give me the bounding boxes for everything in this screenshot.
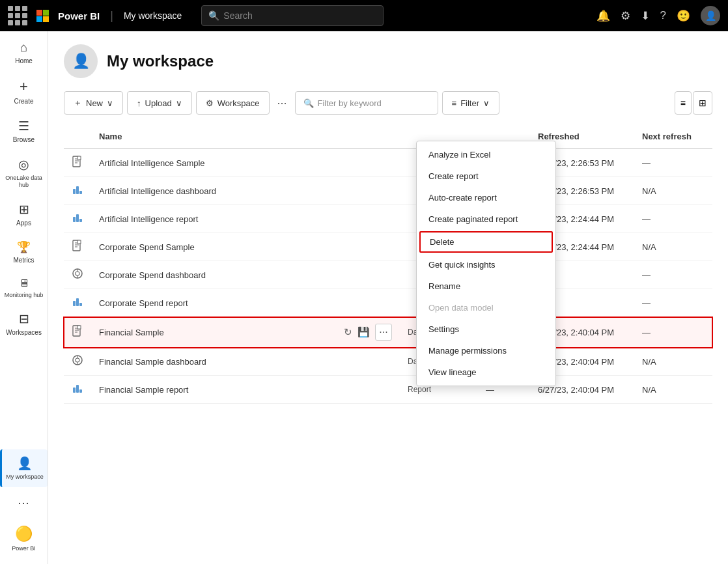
sidebar-item-metrics-label: Metrics [13,257,34,264]
apps-grid-icon[interactable] [8,6,27,25]
main-layout: ⌂ Home + Create ☰ Browse ◎ OneLake data … [0,31,728,564]
row-next-refresh: — [634,261,712,289]
col-next-refresh: Next refresh [634,125,712,148]
filter-search[interactable]: 🔍 Filter by keyword [295,91,438,115]
row-next-refresh: N/A [634,376,712,404]
row-type-icon [72,158,83,169]
sidebar-item-browse[interactable]: ☰ Browse [0,112,48,150]
home-icon: ⌂ [20,40,27,55]
table-row: Artificial Intelligence Sample 6/27/23, … [64,148,712,177]
context-menu: Analyze in ExcelCreate reportAuto-create… [416,141,556,386]
grid-view-button[interactable]: ⊞ [693,91,712,115]
sidebar-item-home-label: Home [15,57,33,65]
sidebar-item-workspaces[interactable]: ⊟ Workspaces [0,305,48,343]
ctx-item-create-report[interactable]: Create report [417,165,555,187]
row-actions-cell: ↻ 💾 ··· [336,317,400,348]
ctx-item-settings[interactable]: Settings [417,318,555,340]
row-name: Corporate Spend dashboard [91,261,336,289]
ctx-item-delete[interactable]: Delete [419,231,553,253]
sidebar-item-browse-label: Browse [13,136,35,144]
sidebar-item-my-workspace[interactable]: 👤 My workspace [0,449,48,487]
user-avatar[interactable]: 👤 [701,6,720,25]
table-row: Corporate Spend report — — [64,289,712,317]
apps-icon: ⊞ [19,202,29,217]
sidebar-item-metrics[interactable]: 🏆 Metrics [0,234,48,271]
list-view-button[interactable]: ≡ [675,91,692,115]
sidebar-item-create[interactable]: + Create [0,72,48,112]
help-icon[interactable]: ? [660,9,666,22]
row-actions-cell [336,289,400,317]
nav-icons: 🔔 ⚙ ⬇ ? 🙂 👤 [596,6,720,25]
notification-icon[interactable]: 🔔 [596,9,610,23]
download-icon[interactable]: ⬇ [641,9,650,23]
refresh-icon[interactable]: ↻ [344,326,352,338]
filter-button[interactable]: ≡ Filter ∨ [442,91,499,115]
upload-button[interactable]: ↑ Upload ∨ [127,91,192,115]
ctx-item-quick-insights[interactable]: Get quick insights [417,254,555,275]
new-label: New [86,98,103,108]
table-row: Corporate Spend Sample 6/27/23, 2:24:44 … [64,233,712,261]
svg-rect-22 [79,303,82,306]
feedback-icon[interactable]: 🙂 [677,9,690,23]
sidebar-item-onelake[interactable]: ◎ OneLake data hub [0,150,48,195]
table-row: Financial Sample ↻ 💾 ··· Dataset 6/27/23… [64,317,712,348]
workspace-gear-icon: ⚙ [206,98,214,108]
sidebar-item-more[interactable]: ··· [0,490,48,516]
sidebar-item-monitoring[interactable]: 🖥 Monitoring hub [0,271,48,305]
svg-rect-4 [77,156,81,160]
sidebar-item-power-bi[interactable]: 🟡 Power BI [0,519,48,559]
ctx-item-rename[interactable]: Rename [417,275,555,297]
row-name: Financial Sample report [91,376,336,404]
my-workspace-icon: 👤 [17,456,33,471]
row-actions-cell [336,376,400,404]
search-input[interactable] [223,10,376,21]
row-more-button[interactable]: ··· [375,324,392,341]
workspace-avatar: 👤 [64,44,98,78]
row-next-refresh: — [634,205,712,233]
filter-icon: ≡ [452,98,457,108]
content-area: 👤 My workspace ＋ New ∨ ↑ Upload ∨ ⚙ Work… [48,31,728,564]
ctx-item-create-paginated[interactable]: Create paginated report [417,208,555,230]
row-actions-cell [336,261,400,289]
workspace-button[interactable]: ⚙ Workspace [196,91,270,115]
svg-point-17 [76,272,79,275]
items-table: Name Refreshed Next refresh Artificial I… [64,125,712,404]
avatar-icon: 👤 [72,53,90,70]
row-name: Artificial Intelligence dashboard [91,177,336,205]
upload-chevron-icon: ∨ [176,98,182,108]
col-actions-header [336,125,400,148]
nav-separator: | [110,9,113,23]
search-icon: 🔍 [208,10,219,21]
row-next-refresh: N/A [634,233,712,261]
table-row: Artificial Intelligence report 6/27/23, … [64,205,712,233]
page-header: 👤 My workspace [64,44,712,78]
create-icon: + [20,78,28,95]
svg-rect-27 [77,326,81,329]
row-type-icon [72,242,83,253]
row-next-refresh: — [634,317,712,348]
table-row: Corporate Spend dashboard — — [64,261,712,289]
col-name: Name [91,125,336,148]
upload-icon: ↑ [137,98,141,108]
sidebar-item-home[interactable]: ⌂ Home [0,34,48,72]
row-name: Corporate Spend report [91,289,336,317]
ctx-item-manage-permissions[interactable]: Manage permissions [417,340,555,361]
sidebar-item-apps[interactable]: ⊞ Apps [0,195,48,234]
new-plus-icon: ＋ [74,97,82,109]
settings-icon[interactable]: ⚙ [621,9,630,23]
monitoring-icon: 🖥 [19,277,29,289]
new-chevron-icon: ∨ [107,98,113,108]
search-box[interactable]: 🔍 [201,5,384,26]
table-row: Financial Sample report Report — 6/27/23… [64,376,712,404]
upload-label: Upload [145,98,172,108]
ctx-item-view-lineage[interactable]: View lineage [417,361,555,383]
row-next-refresh: N/A [634,177,712,205]
ctx-item-analyze-excel[interactable]: Analyze in Excel [417,144,555,165]
ctx-item-auto-create-report[interactable]: Auto-create report [417,187,555,208]
top-navigation: Power BI | My workspace 🔍 🔔 ⚙ ⬇ ? 🙂 👤 [0,0,728,31]
new-button[interactable]: ＋ New ∨ [64,91,123,115]
row-actions-cell [336,148,400,177]
row-type-icon [72,328,83,339]
toolbar-more-button[interactable]: ··· [273,96,291,110]
save-icon[interactable]: 💾 [357,326,370,338]
